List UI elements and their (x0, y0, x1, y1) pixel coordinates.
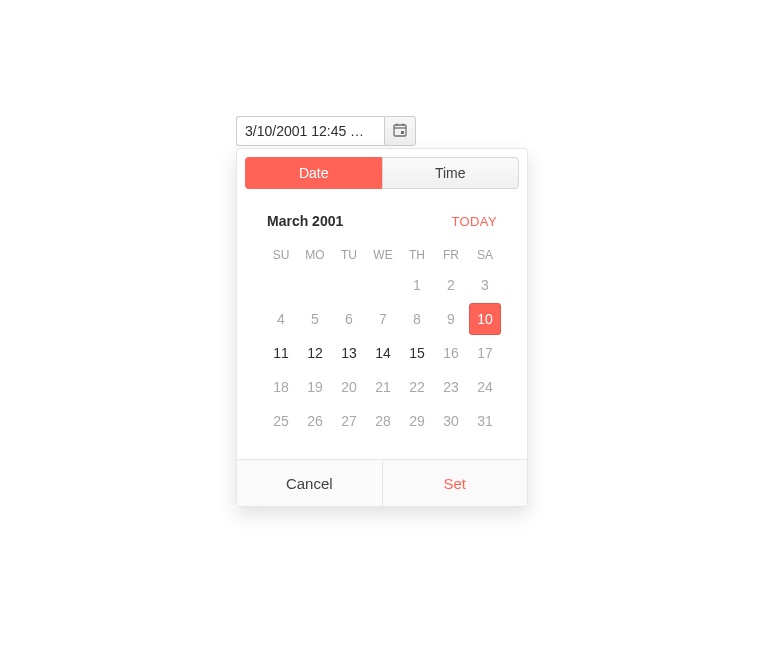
calendar-day[interactable]: 31 (469, 405, 501, 437)
date-time-tabs: Date Time (237, 149, 527, 197)
calendar-day[interactable]: 18 (265, 371, 297, 403)
tab-time[interactable]: Time (382, 157, 520, 189)
calendar-header: March 2001 TODAY (265, 207, 499, 243)
calendar-day[interactable]: 5 (299, 303, 331, 335)
calendar-day[interactable]: 7 (367, 303, 399, 335)
cancel-button[interactable]: Cancel (237, 460, 382, 506)
calendar-day[interactable]: 4 (265, 303, 297, 335)
calendar-day[interactable]: 22 (401, 371, 433, 403)
popup-footer: Cancel Set (237, 459, 527, 506)
weekday-header: TH (401, 243, 433, 267)
weekday-header: SU (265, 243, 297, 267)
calendar-empty-cell (299, 269, 331, 301)
calendar-day[interactable]: 3 (469, 269, 501, 301)
month-year-button[interactable]: March 2001 (267, 213, 343, 229)
calendar-day[interactable]: 17 (469, 337, 501, 369)
calendar-day[interactable]: 25 (265, 405, 297, 437)
calendar-empty-cell (265, 269, 297, 301)
calendar: March 2001 TODAY SUMOTUWETHFRSA123456789… (237, 197, 527, 459)
calendar-day[interactable]: 26 (299, 405, 331, 437)
calendar-toggle-button[interactable] (384, 116, 416, 146)
calendar-day[interactable]: 1 (401, 269, 433, 301)
calendar-icon (392, 122, 408, 141)
calendar-day[interactable]: 24 (469, 371, 501, 403)
svg-rect-4 (401, 131, 404, 134)
calendar-day[interactable]: 27 (333, 405, 365, 437)
weekday-header: FR (435, 243, 467, 267)
calendar-day[interactable]: 30 (435, 405, 467, 437)
calendar-day[interactable]: 12 (299, 337, 331, 369)
calendar-day[interactable]: 8 (401, 303, 433, 335)
calendar-day[interactable]: 28 (367, 405, 399, 437)
calendar-day[interactable]: 29 (401, 405, 433, 437)
weekday-header: WE (367, 243, 399, 267)
calendar-day[interactable]: 15 (401, 337, 433, 369)
calendar-day[interactable]: 11 (265, 337, 297, 369)
weekday-header: TU (333, 243, 365, 267)
calendar-day[interactable]: 14 (367, 337, 399, 369)
weekday-header: SA (469, 243, 501, 267)
calendar-grid: SUMOTUWETHFRSA12345678910111213141516171… (265, 243, 499, 437)
today-link[interactable]: TODAY (451, 214, 497, 229)
calendar-day[interactable]: 13 (333, 337, 365, 369)
calendar-day[interactable]: 2 (435, 269, 467, 301)
calendar-day[interactable]: 23 (435, 371, 467, 403)
calendar-day[interactable]: 10 (469, 303, 501, 335)
set-button[interactable]: Set (382, 460, 528, 506)
calendar-day[interactable]: 20 (333, 371, 365, 403)
calendar-day[interactable]: 16 (435, 337, 467, 369)
tab-date[interactable]: Date (245, 157, 382, 189)
calendar-day[interactable]: 19 (299, 371, 331, 403)
calendar-day[interactable]: 9 (435, 303, 467, 335)
weekday-header: MO (299, 243, 331, 267)
datetime-input-wrap: 3/10/2001 12:45 … (236, 116, 416, 146)
calendar-day[interactable]: 21 (367, 371, 399, 403)
calendar-empty-cell (367, 269, 399, 301)
svg-rect-0 (394, 125, 406, 136)
calendar-empty-cell (333, 269, 365, 301)
datetime-input[interactable]: 3/10/2001 12:45 … (236, 116, 384, 146)
datetime-popup: Date Time March 2001 TODAY SUMOTUWETHFRS… (236, 148, 528, 507)
calendar-day[interactable]: 6 (333, 303, 365, 335)
